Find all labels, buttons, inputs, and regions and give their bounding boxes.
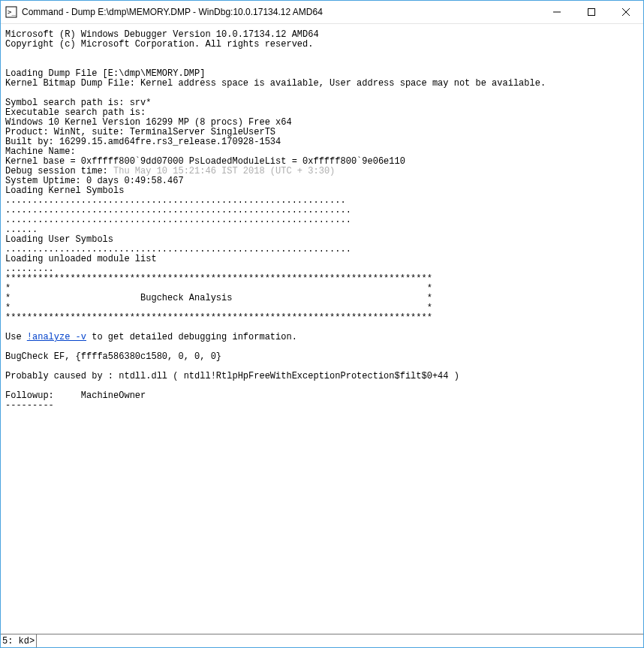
out-line: Copyright (c) Microsoft Corporation. All… — [5, 39, 313, 50]
minimize-button[interactable] — [540, 1, 574, 23]
window-controls — [540, 1, 643, 23]
out-line: Microsoft (R) Windows Debugger Version 1… — [5, 29, 319, 40]
out-line: Probably caused by : ntdll.dll ( ntdll!R… — [5, 371, 459, 381]
redacted-timestamp: Thu May 10 15:21:46 IST 2018 (UTC + 3:30… — [113, 166, 335, 176]
command-input[interactable] — [36, 634, 643, 647]
out-line: ........................................… — [5, 205, 351, 215]
analyze-link[interactable]: !analyze -v — [27, 332, 86, 342]
out-line: ........................................… — [5, 195, 346, 206]
out-line: --------- — [5, 400, 54, 411]
out-line: * * — [5, 303, 432, 313]
out-line: BugCheck EF, {ffffa586380c1580, 0, 0, 0} — [5, 351, 221, 362]
out-line: Use — [5, 332, 27, 342]
output-area[interactable]: Microsoft (R) Windows Debugger Version 1… — [1, 24, 643, 634]
out-line: to get detailed debugging information. — [86, 332, 297, 342]
out-line: Loading User Symbols — [5, 234, 113, 245]
out-line: * * — [5, 283, 432, 294]
out-line: ........................................… — [5, 215, 351, 225]
out-line: ****************************************… — [5, 312, 432, 323]
debugger-output: Microsoft (R) Windows Debugger Version 1… — [5, 30, 639, 411]
out-line: ****************************************… — [5, 273, 432, 284]
out-line: * Bugcheck Analysis * — [5, 293, 432, 303]
window-title: Command - Dump E:\dmp\MEMORY.DMP - WinDb… — [22, 7, 540, 17]
out-line: Symbol search path is: srv* — [5, 98, 151, 108]
titlebar[interactable]: >_ Command - Dump E:\dmp\MEMORY.DMP - Wi… — [1, 1, 643, 24]
out-line: Machine Name: — [5, 146, 76, 157]
maximize-button[interactable] — [574, 1, 609, 23]
close-button[interactable] — [609, 1, 643, 23]
out-line: ...... — [5, 225, 38, 235]
prompt-label: 5: kd> — [2, 636, 36, 646]
out-line: Loading unloaded module list — [5, 254, 157, 264]
app-icon: >_ — [5, 6, 17, 18]
out-line: Kernel base = 0xfffff800`9dd07000 PsLoad… — [5, 156, 405, 167]
out-line: Loading Dump File [E:\dmp\MEMORY.DMP] — [5, 68, 205, 79]
windbg-command-window: >_ Command - Dump E:\dmp\MEMORY.DMP - Wi… — [0, 0, 644, 648]
out-line: Built by: 16299.15.amd64fre.rs3_release.… — [5, 137, 281, 147]
command-prompt-bar: 5: kd> — [1, 634, 643, 647]
out-line: ......... — [5, 264, 54, 274]
svg-rect-3 — [588, 9, 595, 16]
out-line: Executable search path is: — [5, 107, 151, 118]
out-line: System Uptime: 0 days 0:49:58.467 — [5, 176, 184, 186]
out-line: Product: WinNt, suite: TerminalServer Si… — [5, 127, 275, 137]
out-line: Followup: MachineOwner — [5, 390, 146, 401]
out-line: ........................................… — [5, 244, 351, 255]
out-line: Loading Kernel Symbols — [5, 185, 124, 196]
out-line: Windows 10 Kernel Version 16299 MP (8 pr… — [5, 117, 292, 128]
out-line: Debug session time: — [5, 166, 113, 176]
svg-text:>_: >_ — [8, 8, 16, 16]
out-line: Kernel Bitmap Dump File: Kernel address … — [5, 78, 546, 89]
